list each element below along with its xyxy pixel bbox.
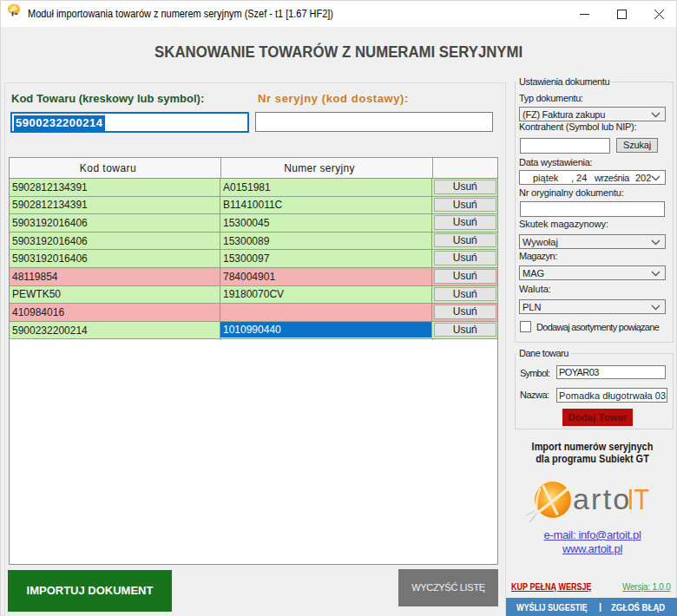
svg-text:IT: IT <box>628 483 649 516</box>
svg-text:arto: arto <box>573 482 631 515</box>
